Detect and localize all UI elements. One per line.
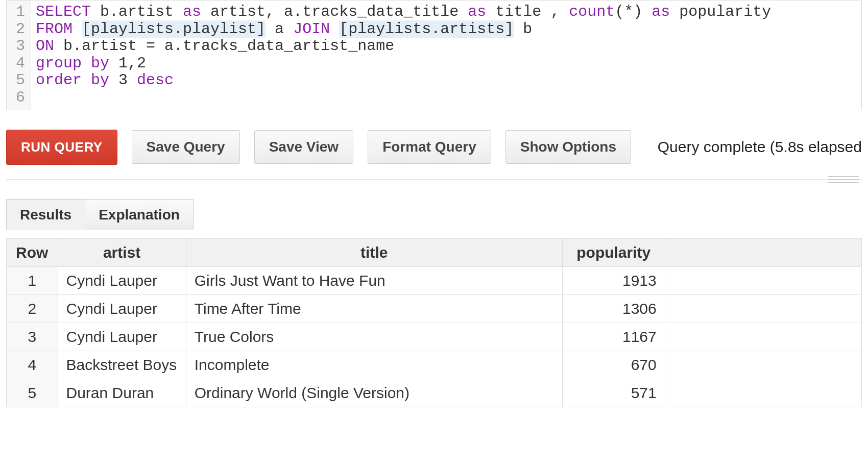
cell-title: Incomplete <box>186 351 562 379</box>
table-row: 2Cyndi LauperTime After Time1306 <box>7 295 862 323</box>
table-row: 3Cyndi LauperTrue Colors1167 <box>7 323 862 351</box>
cell-row: 2 <box>7 295 58 323</box>
cell-artist: Duran Duran <box>58 379 186 407</box>
col-header-row: Row <box>7 238 58 266</box>
cell-row: 4 <box>7 351 58 379</box>
tab-results[interactable]: Results <box>6 199 85 230</box>
cell-popularity: 571 <box>562 379 665 407</box>
code-line[interactable]: ON b.artist = a.tracks_data_artist_name <box>36 38 771 55</box>
line-number: 4 <box>16 55 25 72</box>
editor-code[interactable]: SELECT b.artist as artist, a.tracks_data… <box>31 1 776 110</box>
results-tabs: Results Explanation <box>6 199 862 230</box>
cell-empty <box>665 379 861 407</box>
code-line[interactable] <box>36 89 771 107</box>
line-number: 6 <box>16 89 25 107</box>
cell-empty <box>665 295 861 323</box>
cell-title: Time After Time <box>186 295 562 323</box>
editor-gutter: 123456 <box>7 1 31 110</box>
cell-popularity: 1167 <box>562 323 665 351</box>
code-line[interactable]: order by 3 desc <box>36 72 771 89</box>
cell-title: Ordinary World (Single Version) <box>186 379 562 407</box>
format-query-button[interactable]: Format Query <box>368 130 491 164</box>
col-header-popularity: popularity <box>562 238 665 266</box>
cell-artist: Cyndi Lauper <box>58 295 186 323</box>
show-options-button[interactable]: Show Options <box>505 130 631 164</box>
line-number: 5 <box>16 72 25 89</box>
cell-row: 5 <box>7 379 58 407</box>
query-toolbar: RUN QUERY Save Query Save View Format Qu… <box>0 110 868 177</box>
line-number: 3 <box>16 38 25 55</box>
cell-empty <box>665 323 861 351</box>
cell-popularity: 1913 <box>562 266 665 295</box>
save-query-button[interactable]: Save Query <box>132 130 240 164</box>
query-status-text: Query complete (5.8s elapsed <box>658 138 862 156</box>
line-number: 1 <box>16 4 25 21</box>
code-line[interactable]: SELECT b.artist as artist, a.tracks_data… <box>36 4 771 21</box>
cell-empty <box>665 351 861 379</box>
results-table: Row artist title popularity 1Cyndi Laupe… <box>6 238 862 407</box>
resize-handle-icon[interactable] <box>828 176 859 183</box>
code-line[interactable]: FROM [playlists.playlist] a JOIN [playli… <box>36 21 771 38</box>
cell-popularity: 670 <box>562 351 665 379</box>
cell-title: Girls Just Want to Have Fun <box>186 266 562 295</box>
cell-artist: Cyndi Lauper <box>58 323 186 351</box>
tab-explanation[interactable]: Explanation <box>85 199 194 230</box>
col-header-title: title <box>186 238 562 266</box>
table-row: 5Duran DuranOrdinary World (Single Versi… <box>7 379 862 407</box>
table-header-row: Row artist title popularity <box>7 238 862 266</box>
cell-title: True Colors <box>186 323 562 351</box>
code-line[interactable]: group by 1,2 <box>36 55 771 72</box>
line-number: 2 <box>16 21 25 38</box>
save-view-button[interactable]: Save View <box>254 130 353 164</box>
pane-divider <box>6 179 862 180</box>
cell-artist: Cyndi Lauper <box>58 266 186 295</box>
cell-popularity: 1306 <box>562 295 665 323</box>
cell-artist: Backstreet Boys <box>58 351 186 379</box>
col-header-empty <box>665 238 861 266</box>
table-row: 4Backstreet BoysIncomplete670 <box>7 351 862 379</box>
col-header-artist: artist <box>58 238 186 266</box>
sql-editor[interactable]: 123456 SELECT b.artist as artist, a.trac… <box>6 0 862 110</box>
table-row: 1Cyndi LauperGirls Just Want to Have Fun… <box>7 266 862 295</box>
cell-row: 1 <box>7 266 58 295</box>
cell-row: 3 <box>7 323 58 351</box>
run-query-button[interactable]: RUN QUERY <box>6 130 117 165</box>
cell-empty <box>665 266 861 295</box>
